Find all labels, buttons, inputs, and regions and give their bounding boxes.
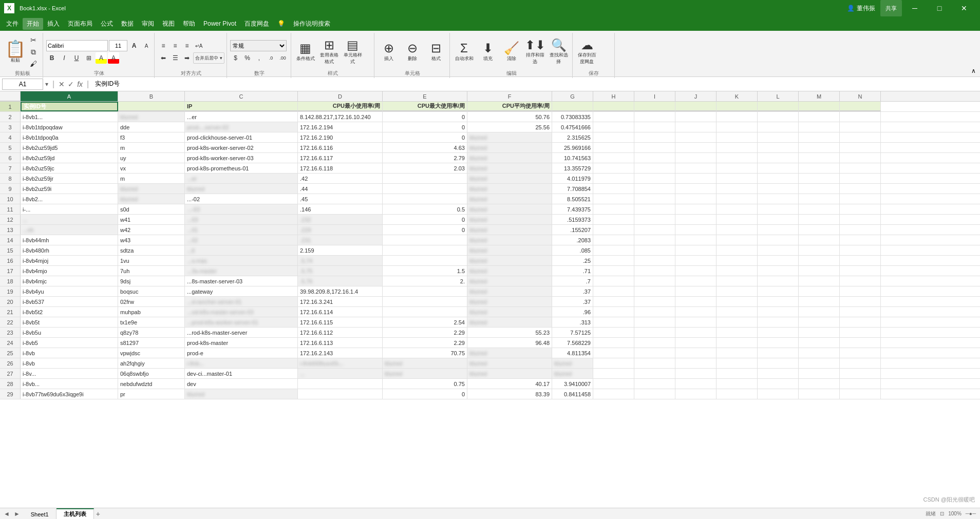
bold-button[interactable]: B — [46, 52, 58, 64]
cell-i10[interactable] — [634, 194, 675, 204]
cell-n7[interactable] — [840, 163, 881, 173]
cell-e11[interactable]: 0.5 — [383, 204, 467, 214]
cell-g8[interactable]: 4.011979 — [552, 174, 593, 183]
cell-m27[interactable] — [799, 369, 840, 378]
cell-j5[interactable] — [675, 143, 717, 152]
cell-n22[interactable] — [840, 317, 881, 327]
cell-a14[interactable]: i-8vb44mh — [21, 235, 118, 245]
cell-e24[interactable]: 2.29 — [383, 338, 467, 348]
cell-l10[interactable] — [758, 194, 799, 204]
cell-a20[interactable]: i-8vb537 — [21, 297, 118, 306]
cell-e26[interactable]: blurred — [383, 358, 467, 368]
cell-l7[interactable] — [758, 163, 799, 173]
cell-l21[interactable] — [758, 307, 799, 317]
cell-m15[interactable] — [799, 245, 840, 255]
cell-m24[interactable] — [799, 338, 840, 348]
cell-m4[interactable] — [799, 132, 840, 142]
cell-c15[interactable]: ...tl — [185, 245, 298, 255]
menu-baidu[interactable]: 百度网盘 — [240, 18, 273, 30]
cell-l15[interactable] — [758, 245, 799, 255]
cell-h1[interactable] — [593, 102, 634, 111]
cell-k10[interactable] — [717, 194, 758, 204]
menu-view[interactable]: 视图 — [158, 18, 179, 30]
cell-a5[interactable]: i-8vb2uz59jd5 — [21, 143, 118, 152]
decrease-decimal-button[interactable]: .00 — [277, 52, 289, 64]
cell-f1[interactable]: CPU平均使用率/周 — [467, 102, 552, 111]
font-shrink-button[interactable]: A — [141, 40, 152, 51]
cell-k27[interactable] — [717, 369, 758, 378]
col-header-m[interactable]: M — [799, 91, 840, 101]
cell-b12[interactable]: w41 — [118, 215, 185, 224]
copy-button[interactable]: ⧉ — [28, 46, 39, 57]
cell-b17[interactable]: 7uh — [118, 266, 185, 276]
cell-k25[interactable] — [717, 348, 758, 358]
menu-search[interactable]: 操作说明搜索 — [289, 18, 334, 30]
fill-color-button[interactable]: A — [96, 52, 107, 64]
cell-a23[interactable]: i-8vb5u — [21, 328, 118, 337]
cell-d25[interactable]: 172.16.2.143 — [298, 348, 383, 358]
cell-n14[interactable] — [840, 235, 881, 245]
cell-g25[interactable]: 4.811354 — [552, 348, 593, 358]
cell-a6[interactable]: i-8vb2uz59jd — [21, 153, 118, 163]
zoom-slider[interactable]: ─●─ — [966, 511, 976, 516]
cell-j1[interactable] — [675, 102, 717, 111]
cell-e12[interactable]: 0 — [383, 215, 467, 224]
cell-l5[interactable] — [758, 143, 799, 152]
cell-c12[interactable]: ...03 — [185, 215, 298, 224]
cell-k3[interactable] — [717, 122, 758, 132]
clear-button[interactable]: 🧹 清除 — [500, 37, 523, 67]
cell-d10[interactable]: .45 — [298, 194, 383, 204]
cell-j14[interactable] — [675, 235, 717, 245]
cell-c29[interactable]: blurred — [185, 389, 298, 399]
cell-g22[interactable]: .313 — [552, 317, 593, 327]
cell-b3[interactable]: dde — [118, 122, 185, 132]
cell-m7[interactable] — [799, 163, 840, 173]
cell-b4[interactable]: f3 — [118, 132, 185, 142]
cell-c27[interactable]: dev-ci...master-01 — [185, 369, 298, 378]
align-left-button[interactable]: ⬅ — [158, 52, 169, 64]
cell-e29[interactable]: 0 — [383, 389, 467, 399]
cell-m14[interactable] — [799, 235, 840, 245]
cell-k29[interactable] — [717, 389, 758, 399]
cell-f28[interactable]: 40.17 — [467, 379, 552, 389]
cell-g1[interactable] — [552, 102, 593, 111]
cell-e5[interactable]: 4.63 — [383, 143, 467, 152]
cell-c26[interactable]: i-8vb... — [185, 358, 298, 368]
cell-k12[interactable] — [717, 215, 758, 224]
cell-l3[interactable] — [758, 122, 799, 132]
cell-h14[interactable] — [593, 235, 634, 245]
cell-a9[interactable]: i-8vb2uz59i — [21, 184, 118, 194]
cell-n23[interactable] — [840, 328, 881, 337]
cell-l22[interactable] — [758, 317, 799, 327]
cell-j10[interactable] — [675, 194, 717, 204]
cell-b5[interactable]: m — [118, 143, 185, 152]
cell-h25[interactable] — [593, 348, 634, 358]
cell-c19[interactable]: ...gateway — [185, 286, 298, 296]
cell-b1[interactable] — [118, 102, 185, 111]
cell-f14[interactable]: blurred — [467, 235, 552, 245]
cell-f16[interactable]: blurred — [467, 256, 552, 265]
col-header-c[interactable]: C — [185, 91, 298, 101]
cell-g3[interactable]: 0.47541666 — [552, 122, 593, 132]
cell-l11[interactable] — [758, 204, 799, 214]
cell-g29[interactable]: 0.8411458 — [552, 389, 593, 399]
cell-d24[interactable]: 172.16.6.113 — [298, 338, 383, 348]
cell-f26[interactable]: blurred — [467, 358, 552, 368]
cell-h29[interactable] — [593, 389, 634, 399]
cell-d8[interactable]: .42 — [298, 174, 383, 183]
sheet-next-button[interactable]: ► — [12, 510, 22, 517]
cell-a1[interactable]: 实例ID号 — [21, 102, 118, 111]
cell-h4[interactable] — [593, 132, 634, 142]
cell-l12[interactable] — [758, 215, 799, 224]
cell-d1[interactable]: CPU最小使用率/周 — [298, 102, 383, 111]
cell-c14[interactable]: ...02 — [185, 235, 298, 245]
cell-l14[interactable] — [758, 235, 799, 245]
cell-g2[interactable]: 0.73083335 — [552, 112, 593, 122]
cell-i15[interactable] — [634, 245, 675, 255]
cell-n5[interactable] — [840, 143, 881, 152]
col-header-e[interactable]: E — [383, 91, 467, 101]
cell-c10[interactable]: ...-02 — [185, 194, 298, 204]
sheet-tab-main[interactable]: 主机列表 — [56, 508, 94, 520]
cell-h6[interactable] — [593, 153, 634, 163]
cell-j27[interactable] — [675, 369, 717, 378]
